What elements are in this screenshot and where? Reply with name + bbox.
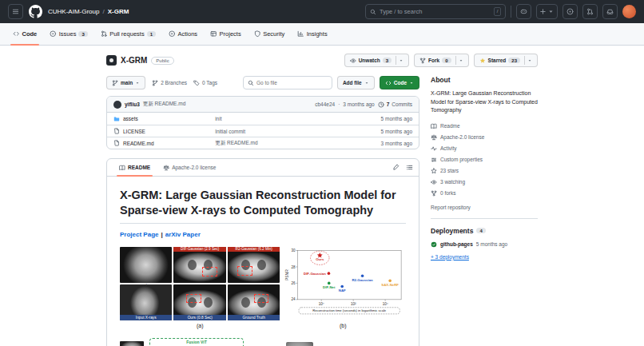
global-search-input[interactable]: Type / to search / xyxy=(365,4,506,19)
deployment-env-link[interactable]: github-pages xyxy=(440,241,473,247)
watch-count: 3 xyxy=(383,58,392,63)
copilot-button[interactable] xyxy=(516,4,531,19)
shield-icon xyxy=(254,30,261,38)
watch-button[interactable]: Unwatch 3 xyxy=(344,54,409,67)
add-file-label: Add file xyxy=(343,80,362,86)
tab-security[interactable]: Security xyxy=(248,23,292,45)
ground-truth-image: Ground Truth xyxy=(228,284,280,320)
meta-label: Apache-2.0 license xyxy=(440,134,484,140)
tab-license[interactable]: Apache-2.0 license xyxy=(157,159,222,176)
tab-issues[interactable]: Issues3 xyxy=(43,23,94,45)
commit-message[interactable]: 更新 README.md xyxy=(143,101,185,108)
report-repository-link[interactable]: Report repository xyxy=(431,205,471,210)
commit-author[interactable]: yifliu3 xyxy=(125,101,140,107)
caption-a: (a) xyxy=(120,323,280,328)
stars-link[interactable]: 23 stars xyxy=(431,168,538,174)
star-button[interactable]: Starred 23 xyxy=(474,54,538,67)
query-block: Query q = (x, y, z) xyxy=(249,338,280,346)
github-logo[interactable] xyxy=(29,5,42,18)
svg-text:DIF-Gaussian: DIF-Gaussian xyxy=(304,271,326,275)
deployments-title: Deployments xyxy=(431,227,473,235)
inbox-button[interactable] xyxy=(602,4,618,19)
activity-link[interactable]: Activity xyxy=(431,145,538,152)
file-name-link[interactable]: assets xyxy=(113,116,215,122)
fork-count: 0 xyxy=(442,58,451,63)
file-row: assets init 5 months ago xyxy=(107,113,419,125)
meta-label: 23 stars xyxy=(440,168,459,173)
project-page-link[interactable]: Project Page xyxy=(120,231,158,238)
commit-history-link[interactable]: 7 Commits xyxy=(378,101,412,108)
tab-actions[interactable]: Actions xyxy=(162,23,204,45)
tab-readme[interactable]: README xyxy=(113,159,157,176)
caret-down-icon xyxy=(547,8,555,15)
go-to-file-input[interactable] xyxy=(256,80,328,86)
license-link[interactable]: Apache-2.0 license xyxy=(431,134,538,141)
file-commit-message[interactable]: init xyxy=(215,116,371,121)
tab-security-label: Security xyxy=(263,30,284,38)
svg-text:10⁴: 10⁴ xyxy=(383,302,388,306)
xray-thumbnail xyxy=(120,341,144,346)
about-section: About X-GRM: Large Gaussian Reconstructi… xyxy=(431,76,538,210)
fork-button[interactable]: Fork 0 xyxy=(414,54,468,67)
hamburger-menu-button[interactable] xyxy=(8,4,23,19)
code-button[interactable]: Code xyxy=(380,76,419,89)
arxiv-paper-link[interactable]: arXiv Paper xyxy=(165,231,201,238)
more-deployments-link[interactable]: + 3 deployments xyxy=(431,254,469,260)
outline-icon[interactable] xyxy=(406,164,413,171)
edit-pencil-icon[interactable] xyxy=(392,164,400,171)
tab-pull-requests[interactable]: Pull requests1 xyxy=(94,23,162,45)
commit-sha[interactable]: cb44e24 xyxy=(315,101,335,107)
star-icon xyxy=(479,58,486,64)
zoom-box xyxy=(202,267,218,276)
file-name: assets xyxy=(123,116,138,121)
file-commit-time: 5 months ago xyxy=(371,116,412,121)
forks-link[interactable]: 0 forks xyxy=(431,190,538,197)
svg-text:26: 26 xyxy=(292,281,296,285)
tab-insights-label: Insights xyxy=(307,30,328,38)
branches-link[interactable]: 2 Branches xyxy=(152,80,187,86)
file-name-link[interactable]: LICENSE xyxy=(113,128,215,134)
org-avatar[interactable] xyxy=(106,55,117,66)
deployments-count-badge: 4 xyxy=(476,228,485,233)
readme-tab-label: README xyxy=(128,165,150,170)
eye-icon xyxy=(431,179,437,185)
file-row: README.md 更新 README.md 3 months ago xyxy=(107,137,419,149)
breadcrumb-repo[interactable]: X-GRM xyxy=(108,8,129,15)
file-commit-message[interactable]: 更新 README.md xyxy=(215,140,371,147)
tab-pull-requests-label: Pull requests xyxy=(109,30,144,38)
ct-volume-image xyxy=(286,342,313,346)
eye-icon xyxy=(350,58,356,64)
commits-count: 7 xyxy=(387,101,390,107)
user-avatar[interactable] xyxy=(622,5,636,18)
pull-requests-header-button[interactable] xyxy=(582,4,598,19)
commit-author-avatar[interactable] xyxy=(113,101,121,109)
branch-selector[interactable]: main xyxy=(106,76,145,89)
file-name-link[interactable]: README.md xyxy=(113,140,215,146)
tab-projects[interactable]: Projects xyxy=(204,23,248,45)
file-commit-message[interactable]: Initial commit xyxy=(215,129,371,134)
repo-title[interactable]: X-GRM xyxy=(121,56,147,65)
repo-description: X-GRM: Large Gaussian Reconstruction Mod… xyxy=(431,89,538,115)
tab-insights[interactable]: Insights xyxy=(291,23,333,45)
meta-label: 3 watching xyxy=(440,179,465,185)
create-new-button[interactable] xyxy=(536,4,558,19)
dif-gaussian-result-image: DIF-Gaussian (2.9 Sec) xyxy=(173,247,225,283)
readme-content: X-GRM: Large Gaussian Reconstruction Mod… xyxy=(107,177,419,346)
breadcrumb-owner[interactable]: CUHK-AIM-Group xyxy=(48,8,99,15)
tile-label: Input X-rays xyxy=(120,315,172,320)
readme-box: README Apache-2.0 license X-GRM: Large G… xyxy=(106,158,419,346)
figure-captions: (a) (b) xyxy=(120,323,406,328)
add-file-button[interactable]: Add file xyxy=(337,76,375,89)
git-branch-icon xyxy=(152,80,158,86)
watching-link[interactable]: 3 watching xyxy=(431,179,538,185)
deployments-section: Deployments 4 github-pages 5 months ago … xyxy=(431,227,538,260)
tags-link[interactable]: 0 Tags xyxy=(193,80,217,86)
star-icon xyxy=(431,168,437,174)
tab-code[interactable]: Code xyxy=(6,23,43,45)
book-icon xyxy=(119,165,125,171)
custom-properties-link[interactable]: Custom properties xyxy=(431,157,538,163)
file-nav-actions: Add file Code xyxy=(243,76,419,89)
issues-header-button[interactable] xyxy=(563,4,578,19)
readme-link[interactable]: Readme xyxy=(431,123,538,129)
scatter-plot-svg: 2426283010⁰10²10⁴PSNRReconstruction time… xyxy=(284,247,406,320)
